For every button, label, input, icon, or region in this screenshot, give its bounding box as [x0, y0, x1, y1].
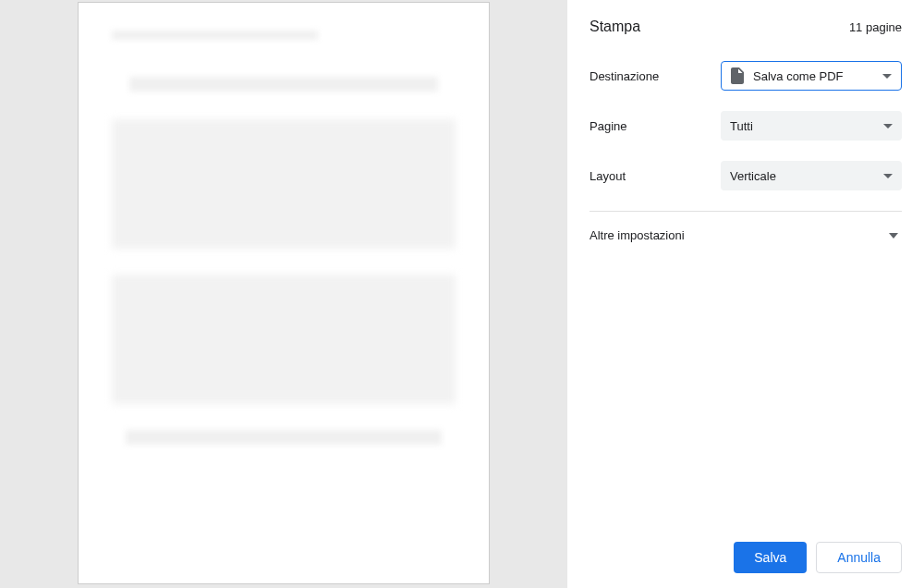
chevron-down-icon	[882, 74, 892, 79]
print-sidebar: Stampa 11 pagine Destinazione Salva come…	[567, 0, 924, 588]
chevron-down-icon	[883, 174, 893, 178]
pages-select[interactable]: Tutti	[721, 111, 902, 141]
pages-label: Pagine	[590, 119, 721, 133]
layout-label: Layout	[590, 169, 721, 183]
dialog-footer: Salva Annulla	[567, 527, 924, 588]
chevron-down-icon	[883, 124, 893, 129]
more-settings-toggle[interactable]: Altre impostazioni	[590, 211, 902, 242]
pdf-file-icon	[731, 67, 744, 84]
cancel-button[interactable]: Annulla	[816, 542, 902, 573]
page-count: 11 pagine	[849, 20, 902, 34]
layout-value: Verticale	[730, 169, 883, 183]
chevron-down-icon	[889, 233, 898, 239]
destination-select[interactable]: Salva come PDF	[721, 61, 902, 91]
layout-select[interactable]: Verticale	[721, 161, 902, 190]
preview-scroll[interactable]	[0, 0, 567, 588]
more-settings-label: Altre impostazioni	[590, 228, 685, 242]
destination-label: Destinazione	[590, 69, 721, 83]
pages-value: Tutti	[730, 119, 883, 133]
print-preview-area	[0, 0, 567, 588]
destination-value: Salva come PDF	[753, 69, 882, 83]
page-preview	[78, 2, 490, 584]
save-button[interactable]: Salva	[734, 542, 807, 573]
dialog-title: Stampa	[590, 18, 640, 35]
